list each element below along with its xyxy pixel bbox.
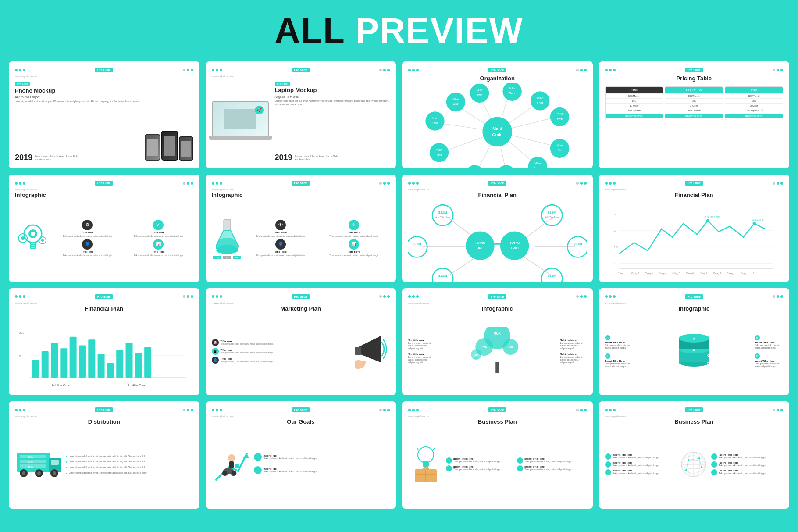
info-grid: 👁 Tiflo Here Teks pertanda kode sin wakt… xyxy=(245,220,390,257)
slide-title: Business Plan xyxy=(408,418,587,425)
svg-point-49 xyxy=(31,232,35,236)
slide-title: Organization xyxy=(408,75,587,82)
goal-desc: Teks pertanda kode sin waktu natus adipi… xyxy=(264,457,317,460)
svg-point-96 xyxy=(706,219,709,222)
slide-tag: Pro Slide xyxy=(292,181,310,186)
info-item: ⚙ Tiflo Here Teks pertanda kode sin wakt… xyxy=(53,220,122,237)
goal-icon xyxy=(254,466,262,474)
svg-text:38%: 38% xyxy=(28,465,33,468)
svg-text:1.5: 1.5 xyxy=(614,245,618,248)
pct-label: 29% xyxy=(223,256,231,259)
info-label: Tiflo Here xyxy=(348,250,360,253)
svg-text:3: 3 xyxy=(614,213,616,216)
bp2-icon xyxy=(605,453,611,460)
year-text: 2019 xyxy=(275,153,292,162)
pricing-btn[interactable]: REGISTER NOW xyxy=(606,114,663,118)
dist-item: Lorem ipsum dolor sit amet, consectetur … xyxy=(66,460,193,464)
bp2-desc: Teks pertanda kode sin, natus adipisit i… xyxy=(613,472,659,475)
svg-text:$21M: $21M xyxy=(574,242,582,246)
info-desc: Teks pertanda kode sin waktu, natus adip… xyxy=(256,235,305,237)
disc-circle-a: A xyxy=(605,335,610,340)
slide-our-goals: Pro Slide www.angkalima.com Our Goals xyxy=(206,401,396,508)
slide-organization: Pro Slide Organization Mind Co xyxy=(402,61,593,168)
pricing-btn[interactable]: REGISTER NOW xyxy=(725,114,783,118)
svg-text:Mike: Mike xyxy=(452,98,459,101)
slides-grid: Pro Slide www.angkalima.com Pro Slide Ph… xyxy=(9,61,789,509)
disc-label-d: D Insert Tiflo Here Teks pertanda kode s… xyxy=(755,353,783,368)
slide-tag: Pro Slide xyxy=(685,407,703,412)
svg-rect-121 xyxy=(70,336,77,377)
pricing-btn[interactable]: REGISTER NOW xyxy=(665,114,723,118)
mkt-icon: 🎯 xyxy=(212,339,219,346)
info-icon: 👤 xyxy=(82,239,93,250)
slide-tag: Pro Slide xyxy=(95,407,113,412)
svg-text:Mike: Mike xyxy=(537,96,544,100)
slide-title: Infographic xyxy=(408,305,587,312)
slide-url: www.angkalima.com xyxy=(605,302,784,304)
slide-tag: Pro Slide xyxy=(685,181,703,186)
svg-text:Code: Code xyxy=(492,132,502,137)
pricing-header-home: HOME xyxy=(606,87,663,93)
pricing-feat3: Free Update xyxy=(606,108,663,113)
slide-title: Infographic xyxy=(15,192,193,198)
subtitle-label: Subtitle Here Lorem ipsum dolor sit amet… xyxy=(560,339,587,350)
slide-financial-plan-1: Pro Slide www.angkalima.com Financial Pl… xyxy=(402,175,593,282)
bp-item: Insert Tiflo Here Teks pertanda kode sin… xyxy=(517,457,586,464)
bp2-desc: Teks pertanda kode sin, natus adipisit i… xyxy=(719,464,766,467)
svg-text:Categ: Categ xyxy=(617,272,623,275)
info-label: Tiflo Here xyxy=(153,250,165,253)
goal-item: Insert Title Teks pertanda kode sin wakt… xyxy=(254,453,390,461)
disc-label-b: B Insert Tiflo Here Teks pertanda kode s… xyxy=(755,335,783,349)
info-icon: ⚙ xyxy=(82,220,93,230)
svg-text:Categ: Categ xyxy=(727,272,732,275)
svg-text:View: View xyxy=(436,148,442,151)
slide-url: www.angkalima.com xyxy=(605,188,784,191)
pct-label: 32% xyxy=(213,256,221,259)
svg-text:136,363,5: 136,363,5 xyxy=(752,218,764,221)
slide-url: www.angkalima.com xyxy=(408,302,587,304)
org-chart-svg: Mind Code MikeOne MikeTwo MikeThree Mike… xyxy=(408,83,587,168)
dist-item: Lorem ipsum dolor sit amet, consectetur … xyxy=(66,455,193,458)
goal-item: Insert Title Teks pertanda kode sin wakt… xyxy=(254,466,390,474)
bp2-item: Insert Tiflo Here Teks pertanda kode sin… xyxy=(711,461,783,468)
pricing-feat3: Free Update xyxy=(665,108,723,113)
goal-desc: Teks pertanda kode sin waktu natus adipi… xyxy=(264,470,317,473)
svg-text:43%: 43% xyxy=(28,461,33,463)
line-chart-svg: 3 2 1.5 1 136,993,000 136,363,5 Cat xyxy=(605,204,784,281)
subtitle-label: Subtitle Here Lorem ipsum dolor sit amet… xyxy=(560,353,587,364)
svg-text:Mike: Mike xyxy=(556,144,563,147)
item-desc: Teks pertanda kode sin waktu natus adipi… xyxy=(221,343,274,345)
pricing-feat3: Free Update ™ xyxy=(725,108,783,113)
svg-rect-155 xyxy=(20,455,46,458)
lightbulb-gear-svg xyxy=(16,218,49,258)
bp-icon xyxy=(517,457,523,464)
svg-text:35k: 35k xyxy=(508,346,513,348)
slide-url: www.angkalima.com xyxy=(15,188,193,191)
dist-text: Lorem ipsum dolor sit amet, consectetur … xyxy=(69,460,147,464)
slide-laptop-mockup: Pro Slide www.angkalima.com 🚀 Pro Slide xyxy=(206,61,396,168)
svg-text:Mind: Mind xyxy=(492,126,502,131)
dist-item: Lorem ipsum dolor sit amet, consectetur … xyxy=(66,471,193,475)
svg-point-170 xyxy=(228,454,235,461)
svg-rect-120 xyxy=(60,348,67,378)
pricing-feat1: 350 xyxy=(725,98,783,103)
svg-line-183 xyxy=(417,448,418,450)
bp2-icon xyxy=(711,461,717,468)
slide-financial-plan-2: Pro Slide www.angkalima.com Financial Pl… xyxy=(599,175,790,282)
svg-point-173 xyxy=(222,471,228,476)
business-plan-svg xyxy=(408,444,443,486)
svg-text:Categ 8: Categ 8 xyxy=(713,272,721,275)
slide-title: Distribution xyxy=(15,418,193,425)
slide-tag: Pro Slide xyxy=(488,181,506,186)
slide-infographic-bubble: Pro Slide www.angkalima.com Infographic … xyxy=(402,288,593,395)
year-desc: Lorem ipsum dolor for Amet, Lacus NullaA… xyxy=(295,155,338,161)
pricing-price: $25/Month xyxy=(606,93,663,98)
info-icon: ✓ xyxy=(153,220,164,230)
svg-text:A: A xyxy=(693,337,695,341)
svg-point-174 xyxy=(231,471,236,476)
svg-point-76 xyxy=(542,205,562,226)
info-item: 👁 Tiflo Here Teks pertanda kode sin wakt… xyxy=(245,220,317,237)
slide-business-plan-2: Pro Slide www.angkalima.com Business Pla… xyxy=(599,401,790,508)
pro-tag: Pro Slide xyxy=(275,82,290,86)
slide-distribution: Pro Slide www.angkalima.com Distribution xyxy=(9,401,200,508)
